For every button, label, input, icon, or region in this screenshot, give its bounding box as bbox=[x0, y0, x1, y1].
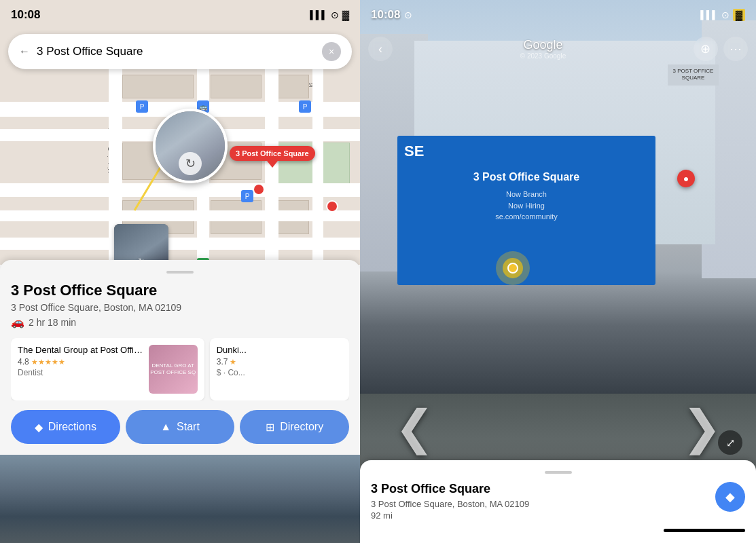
google-logo: Google © 2023 Google bbox=[520, 38, 566, 60]
start-icon: ▲ bbox=[160, 421, 171, 433]
left-arrow[interactable]: ❮ bbox=[387, 400, 442, 455]
battery-icon-right: ▓ bbox=[733, 9, 745, 21]
compass-button[interactable]: ⊕ bbox=[694, 37, 718, 61]
google-year: © 2023 Google bbox=[520, 52, 566, 60]
location-marker[interactable]: 3 Post Office Square bbox=[230, 146, 315, 168]
directory-button[interactable]: ⊞ Directory bbox=[240, 410, 349, 444]
nav-arrows: ❮ ❯ bbox=[360, 400, 756, 455]
status-bar-right: 10:08 ⊙ ▌▌▌ ⊙ ▓ bbox=[360, 0, 756, 30]
banner-letters: SE bbox=[404, 143, 424, 160]
business-1-type: Dentist bbox=[18, 368, 143, 377]
business-1-rating: 4.8 ★★★★★ bbox=[18, 357, 143, 367]
sv-place-distance: 92 mi bbox=[371, 510, 715, 521]
business-2-rating: 3.7 ★ bbox=[217, 357, 342, 367]
directory-icon: ⊞ bbox=[266, 421, 274, 434]
search-back-icon[interactable]: ← bbox=[19, 45, 30, 58]
right-chevron-icon: ❯ bbox=[682, 400, 722, 455]
left-chevron-icon: ❮ bbox=[395, 400, 435, 455]
status-icons-left: ▌▌▌ ⊙ ▓ bbox=[310, 10, 349, 20]
compass-icon: ⊕ bbox=[700, 41, 710, 56]
back-button[interactable]: ‹ bbox=[368, 37, 393, 61]
business-1-name: The Dental Group at Post Offic... bbox=[18, 345, 143, 355]
travel-time-text: 2 hr 18 min bbox=[29, 317, 76, 328]
location-dot-icon: ⊙ bbox=[404, 10, 412, 20]
expand-button[interactable]: ⤢ bbox=[718, 430, 742, 455]
place-name: 3 Post Office Square bbox=[11, 282, 349, 299]
sv-bottom-card: 3 Post Office Square 3 Post Office Squar… bbox=[360, 460, 756, 543]
signal-icon-left: ▌▌▌ bbox=[310, 10, 327, 20]
car-icon: 🚗 bbox=[11, 316, 24, 329]
business-1-thumb: DENTAL GRO AT POST OFFICE SQ bbox=[149, 345, 198, 394]
location-indicator bbox=[496, 251, 530, 285]
photo-strip[interactable] bbox=[0, 455, 360, 543]
business-2-stars: ★ bbox=[230, 358, 236, 367]
location-label: 3 Post Office Square bbox=[230, 146, 315, 161]
sv-card-separator bbox=[545, 471, 572, 474]
sv-nav-button[interactable]: ◆ bbox=[715, 482, 745, 512]
transit-icon-4: P bbox=[241, 190, 253, 202]
status-bar-left: 10:08 ▌▌▌ ⊙ ▓ bbox=[0, 0, 360, 30]
sv-card-info: 3 Post Office Square 3 Post Office Squar… bbox=[371, 482, 715, 521]
sv-place-address: 3 Post Office Square, Boston, MA 02109 bbox=[371, 499, 715, 509]
directions-label: Directions bbox=[48, 421, 96, 433]
transit-icon-1: P bbox=[136, 100, 148, 113]
more-icon: ⋯ bbox=[730, 41, 742, 56]
expand-icon: ⤢ bbox=[726, 436, 735, 449]
business-2-name: Dunki... bbox=[217, 345, 342, 355]
status-time-left: 10:08 bbox=[11, 8, 40, 22]
street-view-circle[interactable]: ↻ bbox=[153, 109, 228, 183]
building-sign: 3 POST OFFICE SQUARE bbox=[668, 64, 719, 86]
status-time-right: 10:08 bbox=[371, 8, 400, 22]
place-travel-time: 🚗 2 hr 18 min bbox=[11, 316, 349, 329]
left-panel: One Federal Building Sip Cafe Mr. Dooley… bbox=[0, 0, 360, 543]
search-close-button[interactable]: × bbox=[322, 42, 341, 61]
transit-icon-3: P bbox=[299, 100, 311, 113]
sv-place-name: 3 Post Office Square bbox=[371, 482, 715, 496]
search-bar[interactable]: ← 3 Post Office Square × bbox=[8, 34, 352, 69]
google-text: Google bbox=[520, 38, 566, 52]
navigate-icon: ◆ bbox=[725, 489, 735, 504]
more-options-button[interactable]: ⋯ bbox=[723, 37, 748, 61]
red-circle-marker bbox=[253, 183, 265, 195]
red-circle-marker-2 bbox=[326, 200, 338, 212]
action-buttons: ◆ Directions ▲ Start ⊞ Directory bbox=[11, 410, 349, 444]
directions-button[interactable]: ◆ Directions bbox=[11, 410, 120, 444]
directions-icon: ◆ bbox=[35, 421, 43, 434]
close-icon: × bbox=[329, 46, 334, 57]
business-2-type: $ · Co... bbox=[217, 368, 342, 377]
signal-icon-right: ▌▌▌ bbox=[700, 10, 718, 20]
back-icon: ‹ bbox=[378, 42, 382, 56]
info-card: 3 Post Office Square 3 Post Office Squar… bbox=[0, 260, 360, 543]
battery-icon-left: ▓ bbox=[342, 10, 349, 20]
banner-main-text: 3 Post Office Square Now BranchNow Hirin… bbox=[404, 170, 649, 223]
business-cards: The Dental Group at Post Offic... 4.8 ★★… bbox=[11, 338, 349, 400]
sv-top-nav: ‹ Google © 2023 Google ⊕ ⋯ bbox=[360, 34, 756, 64]
search-bar-title: 3 Post Office Square bbox=[37, 45, 322, 58]
start-label: Start bbox=[177, 421, 200, 433]
sv-red-pin: ● bbox=[677, 170, 695, 187]
sv-card-content: 3 Post Office Square 3 Post Office Squar… bbox=[371, 482, 745, 521]
card-separator bbox=[166, 271, 194, 274]
banner-sub-text: Now BranchNow Hiringse.com/community bbox=[404, 189, 649, 223]
business-card-1[interactable]: The Dental Group at Post Offic... 4.8 ★★… bbox=[11, 338, 204, 400]
business-1-stars: ★★★★★ bbox=[31, 358, 65, 367]
start-button[interactable]: ▲ Start bbox=[126, 410, 235, 444]
right-panel: SE 3 Post Office Square Now BranchNow Hi… bbox=[360, 0, 756, 543]
wifi-icon-right: ⊙ bbox=[721, 10, 730, 20]
sv-progress-bar bbox=[664, 529, 745, 532]
street-view-rotate-icon: ↻ bbox=[179, 152, 202, 175]
directory-label: Directory bbox=[280, 421, 323, 433]
business-card-2[interactable]: Dunki... 3.7 ★ $ · Co... bbox=[210, 338, 349, 400]
status-icons-right: ▌▌▌ ⊙ ▓ bbox=[700, 9, 745, 21]
place-address: 3 Post Office Square, Boston, MA 02109 bbox=[11, 302, 349, 313]
wifi-icon-left: ⊙ bbox=[331, 10, 339, 20]
banner-place-name: 3 Post Office Square bbox=[404, 170, 649, 185]
